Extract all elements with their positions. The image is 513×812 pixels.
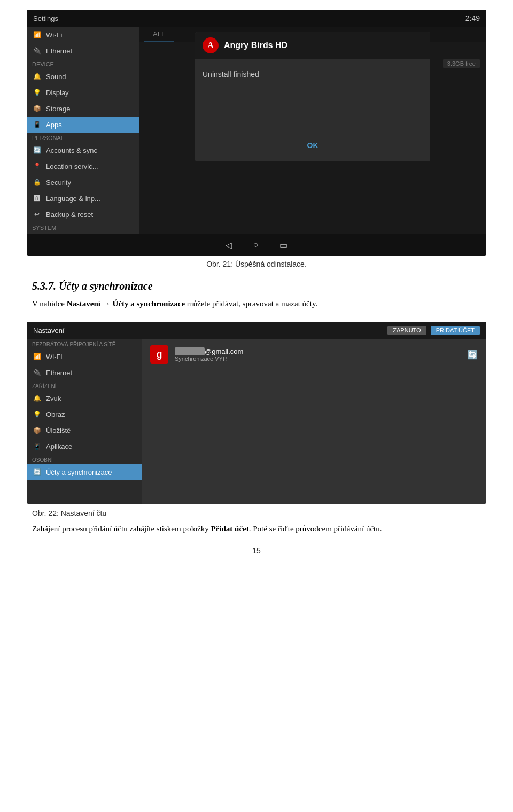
status-time: 2:49 [465,14,480,22]
dialog-message: Uninstall finished [203,70,259,79]
sidebar2-label-aplikace: Aplikace [46,443,72,451]
section-heading: 5.3.7. Účty a synchronizace [32,280,481,292]
sidebar-item-language[interactable]: 🅰 Language & inp... [27,190,139,206]
sidebar2-item-accounts[interactable]: 🔄 Účty a synchronizace [27,464,142,480]
sidebar-item-wifi[interactable]: 📶 Wi-Fi [27,27,139,43]
ethernet-icon: 🔌 [32,46,42,56]
topbar2-buttons: ZAPNUTO PŘIDAT ÚČET [387,326,480,335]
dialog-title: Angry Birds HD [224,41,287,50]
dialog-footer: OK [195,133,430,161]
sidebar2-label-accounts: Účty a synchronizace [46,468,112,476]
sidebar-label-backup: Backup & reset [46,211,93,219]
android-topbar: Settings 2:49 [27,10,486,27]
final-para-rest: Poté se řiďte průvodcem přidávání účtu. [253,524,382,533]
storage-icon: 📦 [32,104,42,113]
sidebar-label-ethernet: Ethernet [46,47,72,55]
sidebar-item-accounts[interactable]: 🔄 Accounts & sync [27,142,139,158]
sidebar-item-apps[interactable]: 📱 Apps [27,117,139,133]
sidebar-item-backup[interactable]: ↩ Backup & reset [27,206,139,222]
sidebar2-item-ethernet[interactable]: 🔌 Ethernet [27,365,142,381]
display-icon: 💡 [32,88,42,97]
sidebar2-label-uloziste: Úložiště [46,427,71,435]
sidebar2-section-personal: OSOBNÍ [27,454,142,464]
sidebar1: 📶 Wi-Fi 🔌 Ethernet DEVICE 🔔 Sound 💡 Disp… [27,27,139,234]
sidebar2-label-obraz: Obraz [46,411,65,419]
sidebar-label-display: Display [46,89,69,97]
screen1-body: 📶 Wi-Fi 🔌 Ethernet DEVICE 🔔 Sound 💡 Disp… [27,27,486,234]
wifi-icon2: 📶 [32,352,42,361]
page-number: 15 [0,546,513,555]
sidebar2-label-ethernet: Ethernet [46,369,72,377]
section-paragraph: V nabídce Nastavení → Účty a synchroniza… [32,298,481,310]
sidebar2-item-obraz[interactable]: 💡 Obraz [27,406,142,422]
sidebar-item-location[interactable]: 📍 Location servic... [27,158,139,174]
wifi-icon: 📶 [32,30,42,40]
sidebar2-label-zvuk: Zvuk [46,395,61,403]
sidebar-item-sound[interactable]: 🔔 Sound [27,68,139,84]
caption2-label: Obr. 22: Nastavení čtu [32,509,481,517]
dialog-spacer [203,79,423,122]
android-topbar2: Nastavení ZAPNUTO PŘIDAT ÚČET [27,322,486,339]
sidebar2-item-zvuk[interactable]: 🔔 Zvuk [27,390,142,406]
apps-icon2: 📱 [32,442,42,451]
settings-title: Settings [33,14,58,22]
ucty-bold: Účty a synchronizace [113,299,185,308]
screenshot2: Nastavení ZAPNUTO PŘIDAT ÚČET BEZDRÁTOVÁ… [27,322,486,504]
recents-button[interactable]: ▭ [279,240,287,250]
sidebar-section-personal: PERSONAL [27,133,139,142]
account-sync-status: Synchronizace VYP. [175,355,461,362]
sound-icon: 🔔 [32,72,42,81]
dialog-overlay: A Angry Birds HD Uninstall finished OK [139,27,486,234]
sidebar-item-ethernet[interactable]: 🔌 Ethernet [27,43,139,59]
google-account-icon: g [150,345,168,364]
sidebar-label-location: Location servic... [46,163,98,171]
refresh-icon[interactable]: 🔄 [467,350,478,360]
sidebar-label-wifi: Wi-Fi [46,31,62,39]
sidebar-label-apps: Apps [46,121,62,129]
dialog-body: Uninstall finished [195,59,430,133]
language-icon: 🅰 [32,194,42,203]
sidebar-section-system: SYSTEM [27,222,139,232]
sidebar-item-display[interactable]: 💡 Display [27,84,139,100]
main1: ALL 3.3GB free A Angry Birds HD Uninstal… [139,27,486,234]
nastaveni-bold: Nastavení [67,299,100,308]
account-row: g xxxxxxxx@gmail.com Synchronizace VYP. … [150,345,478,364]
sidebar2: BEZDRÁTOVÁ PŘIPOJENÍ A SÍTĚ 📶 Wi-Fi 🔌 Et… [27,339,142,504]
apps-icon: 📱 [32,120,42,129]
sidebar2-item-uloziste[interactable]: 📦 Úložiště [27,422,142,438]
screen2-body: BEZDRÁTOVÁ PŘIPOJENÍ A SÍTĚ 📶 Wi-Fi 🔌 Et… [27,339,486,504]
caption1: Obr. 21: Úspěšná odinstalace. [0,260,513,268]
dialog-header: A Angry Birds HD [195,32,430,59]
zapnuto-button[interactable]: ZAPNUTO [387,326,426,335]
main2: g xxxxxxxx@gmail.com Synchronizace VYP. … [142,339,486,504]
sidebar-section-device: DEVICE [27,59,139,68]
ok-button[interactable]: OK [297,138,329,153]
screenshot1: Settings 2:49 📶 Wi-Fi 🔌 Ethernet DEVICE … [27,10,486,256]
back-button[interactable]: ◁ [226,240,232,250]
sidebar-label-security: Security [46,179,71,187]
ethernet-icon2: 🔌 [32,368,42,377]
settings-title2: Nastavení [33,327,65,335]
backup-icon: ↩ [32,210,42,219]
sidebar2-item-aplikace[interactable]: 📱 Aplikace [27,438,142,454]
account-email: xxxxxxxx@gmail.com [175,347,461,355]
home-button[interactable]: ○ [253,240,259,250]
text-section: 5.3.7. Účty a synchronizace V nabídce Na… [32,280,481,310]
android-navbar: ◁ ○ ▭ [27,234,486,256]
location-icon: 📍 [32,161,42,171]
sidebar2-section-device: ZAŘÍZENÍ [27,381,142,390]
sidebar2-label-wifi: Wi-Fi [46,353,62,361]
accounts-icon: 🔄 [32,145,42,155]
security-icon: 🔒 [32,177,42,187]
sidebar2-item-wifi[interactable]: 📶 Wi-Fi [27,349,142,365]
storage-icon2: 📦 [32,426,42,435]
sidebar-label-sound: Sound [46,73,66,81]
sound-icon2: 🔔 [32,393,42,403]
pridat-ucet-button[interactable]: PŘIDAT ÚČET [431,326,480,335]
final-paragraph: Zahájení procesu přidání účtu zahájíte s… [32,523,481,535]
account-info: xxxxxxxx@gmail.com Synchronizace VYP. [175,347,461,362]
para-rest: můžete přidávat, spravovat a mazat účty. [187,299,317,308]
sidebar-item-security[interactable]: 🔒 Security [27,174,139,190]
sidebar-item-storage[interactable]: 📦 Storage [27,100,139,117]
pridat-ucet-bold: Přidat účet [211,524,248,533]
